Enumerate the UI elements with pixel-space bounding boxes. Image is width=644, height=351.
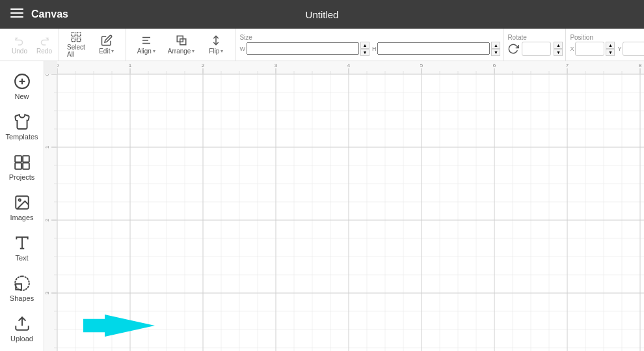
ruler-left-canvas xyxy=(44,74,57,351)
position-group: Position X ▲ ▼ Y ▲ ▼ xyxy=(567,29,644,61)
undo-button[interactable]: Undo xyxy=(8,33,31,57)
text-icon xyxy=(14,234,31,251)
sidebar-item-templates[interactable]: Templates xyxy=(0,107,44,147)
document-title: Untitled xyxy=(306,9,339,20)
undo-redo-group: Undo Redo xyxy=(5,29,59,61)
height-field: H ▲ ▼ xyxy=(372,42,501,56)
rotate-down-btn[interactable]: ▼ xyxy=(554,49,563,56)
sidebar-item-shapes[interactable]: Shapes xyxy=(0,268,44,309)
main-area: New Templates Projects xyxy=(0,61,644,351)
sidebar-item-images[interactable]: Images xyxy=(0,188,44,228)
arrow-annotation xyxy=(83,315,155,337)
edit-dropdown[interactable]: Edit ▾ xyxy=(90,32,123,57)
redo-button[interactable]: Redo xyxy=(33,33,56,57)
tshirt-icon xyxy=(14,113,31,130)
select-edit-group: Select All Edit ▾ xyxy=(60,29,126,61)
menu-icon[interactable] xyxy=(10,7,23,23)
arrange-dropdown[interactable]: Arrange ▾ xyxy=(164,32,199,57)
height-down-btn[interactable]: ▼ xyxy=(491,49,500,56)
arrow-shape xyxy=(83,315,155,337)
x-up-btn[interactable]: ▲ xyxy=(606,42,615,49)
rotate-input[interactable] xyxy=(522,42,551,56)
svg-rect-4 xyxy=(77,33,80,36)
width-field: W ▲ ▼ xyxy=(239,42,369,56)
canvas-area[interactable] xyxy=(44,61,644,351)
size-label: Size xyxy=(239,34,252,41)
svg-rect-1 xyxy=(10,12,23,14)
x-field: X ▲ ▼ xyxy=(570,42,615,56)
header: Canvas Untitled xyxy=(0,0,644,29)
select-all-button[interactable]: Select All xyxy=(63,29,89,61)
new-icon xyxy=(14,73,31,90)
ruler-top-canvas xyxy=(57,61,644,74)
edit-arrow: ▾ xyxy=(111,48,114,54)
sidebar-item-new[interactable]: New xyxy=(0,66,44,107)
svg-rect-16 xyxy=(15,156,21,162)
y-input[interactable] xyxy=(623,42,644,56)
height-up-btn[interactable]: ▲ xyxy=(491,42,500,49)
shapes-icon xyxy=(14,275,31,292)
x-down-btn[interactable]: ▼ xyxy=(606,49,615,56)
upload-icon xyxy=(14,315,31,332)
sidebar-item-text[interactable]: Text xyxy=(0,228,44,268)
app-logo: Canvas xyxy=(31,8,68,20)
width-input[interactable] xyxy=(247,42,359,55)
sidebar: New Templates Projects xyxy=(0,61,44,351)
svg-point-21 xyxy=(18,199,20,201)
rotate-group: Rotate ▲ ▼ xyxy=(505,29,566,61)
ruler-top xyxy=(57,61,644,74)
grid-container xyxy=(57,74,644,351)
projects-icon xyxy=(14,154,31,171)
rotate-label: Rotate xyxy=(507,34,526,41)
rotate-up-btn[interactable]: ▲ xyxy=(554,42,563,49)
toolbar: Undo Redo Select All xyxy=(0,29,644,61)
position-label: Position xyxy=(570,34,593,41)
grid-canvas xyxy=(57,74,644,351)
y-field: Y ▲ ▼ xyxy=(617,42,644,56)
svg-rect-18 xyxy=(15,163,21,169)
svg-rect-19 xyxy=(23,163,29,169)
ruler-left xyxy=(44,74,57,351)
images-icon xyxy=(14,194,31,211)
svg-rect-0 xyxy=(10,8,23,10)
sidebar-item-projects[interactable]: Projects xyxy=(0,147,44,188)
svg-rect-17 xyxy=(23,156,29,162)
svg-rect-5 xyxy=(72,38,75,42)
x-input[interactable] xyxy=(575,42,604,56)
height-input[interactable] xyxy=(377,42,490,55)
width-up-btn[interactable]: ▲ xyxy=(360,42,369,49)
svg-rect-2 xyxy=(10,16,23,18)
width-down-btn[interactable]: ▼ xyxy=(360,49,369,56)
sidebar-item-upload[interactable]: Upload xyxy=(0,309,44,349)
size-group: Size W ▲ ▼ H ▲ ▼ xyxy=(237,29,503,61)
flip-dropdown[interactable]: Flip ▾ xyxy=(200,32,232,57)
align-arrange-group: Align ▾ Arrange ▾ Flip ▾ xyxy=(127,29,236,61)
rotate-icon xyxy=(507,43,519,55)
svg-rect-3 xyxy=(72,33,75,36)
svg-rect-6 xyxy=(77,38,80,42)
align-dropdown[interactable]: Align ▾ xyxy=(130,32,163,57)
